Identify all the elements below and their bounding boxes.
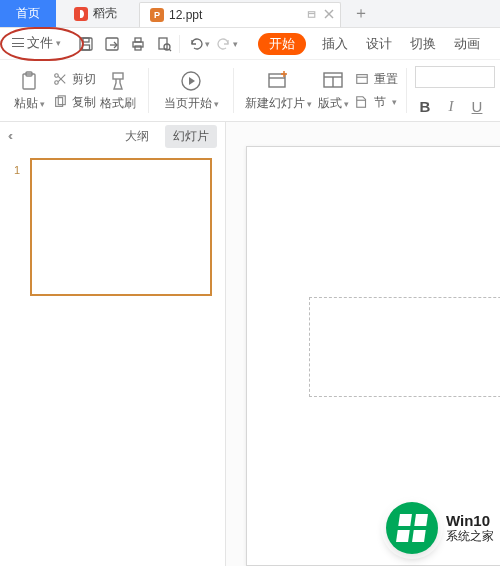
new-tab-button[interactable]: ＋ — [347, 0, 375, 27]
reset-icon — [354, 71, 370, 87]
ribbon-tab-insert[interactable]: 插入 — [320, 33, 350, 55]
svg-rect-6 — [83, 45, 90, 50]
ribbon-tab-start[interactable]: 开始 — [258, 33, 306, 55]
text-format-row: B I U — [415, 94, 495, 118]
paste-label: 粘贴 — [14, 95, 38, 112]
plus-icon: ＋ — [353, 3, 369, 24]
chevron-down-icon: ▾ — [40, 99, 45, 109]
cut-button[interactable]: 剪切 — [52, 71, 96, 88]
svg-rect-35 — [357, 100, 366, 107]
tab-document-controls — [307, 9, 334, 22]
slide-panel-tabs: ‹‹ 大纲 幻灯片 — [0, 122, 225, 150]
slide-panel: ‹‹ 大纲 幻灯片 1 — [0, 122, 226, 566]
tab-close-icon[interactable] — [324, 9, 334, 21]
format-painter-icon — [107, 69, 129, 93]
italic-button[interactable]: I — [441, 94, 461, 118]
ribbon-tab-design[interactable]: 设计 — [364, 33, 394, 55]
text-placeholder[interactable] — [309, 297, 500, 397]
bold-button[interactable]: B — [415, 94, 435, 118]
svg-rect-23 — [113, 73, 123, 79]
ribbon-tools-row: 粘贴▾ 剪切 复制 — [0, 60, 500, 122]
ribbon-tab-animation[interactable]: 动画 — [452, 33, 482, 55]
ribbon-tab-transition[interactable]: 切换 — [408, 33, 438, 55]
ribbon-top-row: 文件 ▾ ▾ — [0, 28, 500, 60]
panel-tab-outline[interactable]: 大纲 — [117, 125, 157, 148]
save-as-icon[interactable] — [103, 35, 121, 53]
quick-access-toolbar — [77, 35, 173, 53]
tab-daoke[interactable]: 稻壳 — [64, 0, 131, 27]
svg-rect-5 — [83, 38, 89, 42]
copy-label: 复制 — [72, 94, 96, 111]
save-icon[interactable] — [77, 35, 95, 53]
document-tabstrip: 首页 稻壳 P 12.ppt ＋ — [0, 0, 500, 28]
watermark-overlay: Win10 系统之家 — [380, 498, 500, 558]
start-from-current-label: 当页开始 — [164, 95, 212, 112]
slide-thumbnail-1[interactable] — [30, 158, 212, 296]
separator — [406, 68, 407, 113]
tab-document-label: 12.ppt — [169, 8, 202, 22]
svg-rect-10 — [135, 38, 141, 42]
svg-point-18 — [55, 74, 59, 78]
paste-icon — [18, 69, 40, 93]
tab-home[interactable]: 首页 — [0, 0, 56, 27]
section-label: 节 — [374, 94, 386, 111]
svg-rect-33 — [357, 75, 368, 84]
copy-button[interactable]: 复制 — [52, 94, 96, 111]
new-slide-button[interactable]: 新建幻灯片▾ — [242, 69, 314, 112]
print-preview-icon[interactable] — [155, 35, 173, 53]
chevron-down-icon: ▾ — [205, 39, 210, 49]
file-menu-button[interactable]: 文件 ▾ — [4, 31, 69, 55]
chevron-down-icon: ▾ — [392, 97, 397, 107]
separator — [233, 68, 234, 113]
slide-mini-column: 重置 节▾ — [354, 71, 398, 111]
windows-logo-icon — [386, 502, 438, 554]
section-button[interactable]: 节▾ — [354, 94, 398, 111]
format-painter-label: 格式刷 — [100, 95, 136, 112]
undo-button[interactable]: ▾ — [186, 36, 212, 52]
ppt-icon: P — [150, 8, 164, 22]
file-menu-wrapper: 文件 ▾ — [4, 31, 69, 57]
chevron-down-icon: ▾ — [233, 39, 238, 49]
panel-tab-slides[interactable]: 幻灯片 — [165, 125, 217, 148]
font-family-select[interactable] — [415, 66, 495, 88]
svg-line-14 — [169, 49, 171, 51]
ribbon-tabs: 开始 插入 设计 切换 动画 — [258, 33, 482, 55]
daoke-icon — [74, 7, 88, 21]
underline-button[interactable]: U — [467, 94, 487, 118]
tab-document[interactable]: P 12.ppt — [139, 2, 341, 27]
reset-button[interactable]: 重置 — [354, 71, 398, 88]
chevron-down-icon: ▾ — [214, 99, 219, 109]
separator — [148, 68, 149, 113]
new-slide-label: 新建幻灯片 — [245, 95, 305, 112]
file-menu-label: 文件 — [27, 34, 53, 52]
layout-icon — [322, 69, 344, 93]
group-clipboard: 粘贴▾ 剪切 复制 — [4, 64, 146, 117]
svg-marker-25 — [189, 77, 195, 85]
tab-restore-icon[interactable] — [307, 9, 318, 22]
section-icon — [354, 94, 370, 110]
scissors-icon — [52, 71, 68, 87]
svg-rect-4 — [80, 38, 92, 50]
svg-point-17 — [55, 81, 59, 85]
watermark-line2: 系统之家 — [446, 530, 494, 543]
paste-button[interactable]: 粘贴▾ — [10, 69, 48, 112]
svg-rect-0 — [309, 11, 315, 17]
group-font: B I U — [409, 64, 496, 117]
layout-label: 版式 — [318, 95, 342, 112]
chevron-down-icon: ▾ — [344, 99, 349, 109]
redo-button[interactable]: ▾ — [214, 36, 240, 52]
hamburger-icon — [12, 38, 24, 47]
separator — [179, 35, 180, 53]
print-icon[interactable] — [129, 35, 147, 53]
svg-rect-26 — [269, 74, 285, 87]
undo-redo-group: ▾ ▾ — [186, 36, 240, 52]
group-slides: 新建幻灯片▾ 版式▾ 重置 节▾ — [236, 64, 404, 117]
start-from-current-button[interactable]: 当页开始▾ — [157, 69, 225, 112]
copy-icon — [52, 94, 68, 110]
layout-button[interactable]: 版式▾ — [314, 69, 352, 112]
collapse-panel-button[interactable]: ‹‹ — [8, 129, 10, 143]
format-painter-button[interactable]: 格式刷 — [96, 69, 140, 112]
play-circle-icon — [179, 69, 203, 93]
group-slideshow: 当页开始▾ — [151, 64, 231, 117]
chevron-down-icon: ▾ — [56, 38, 61, 48]
